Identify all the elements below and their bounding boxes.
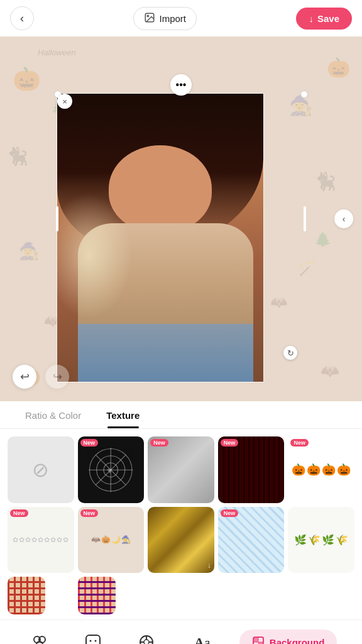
new-badge: New: [290, 439, 309, 447]
new-badge: New: [221, 439, 239, 447]
handle-top-right[interactable]: [300, 91, 308, 98]
svg-text:Aa: Aa: [194, 635, 209, 644]
brush-icon: [138, 633, 155, 644]
top-bar: ‹ Import ↓ Save: [0, 0, 362, 36]
background-label: Background: [270, 637, 325, 644]
svg-point-31: [89, 640, 91, 642]
canvas-wrapper: 🎃 🎃 🐈‍⬛ 🐈‍⬛ 🦇 🦇 🧙 🧙 Halloween Halloween …: [0, 36, 362, 401]
new-badge: New: [80, 439, 99, 447]
texture-pumpkin[interactable]: New 🎃 🎃 🎃 🎃: [288, 436, 354, 503]
svg-text:🧙: 🧙: [289, 94, 313, 117]
texture-white-pattern[interactable]: New ✿✿✿ ✿✿✿ ✿✿✿: [8, 507, 74, 574]
canvas-actions: ↩ ↪: [13, 365, 69, 389]
svg-text:♥: ♥: [107, 465, 112, 475]
redo-icon: ↪: [53, 370, 62, 384]
svg-point-29: [36, 641, 43, 644]
save-label: Save: [317, 13, 339, 24]
tab-texture[interactable]: Texture: [94, 401, 152, 428]
face-overlay: [109, 145, 212, 231]
gold-swatch: ↓: [148, 507, 214, 574]
tab-ratio-color-label: Ratio & Color: [25, 410, 81, 421]
save-arrow-icon: ↓: [309, 13, 314, 24]
svg-text:🪄: 🪄: [295, 259, 317, 280]
texture-plaid1[interactable]: [8, 577, 45, 614]
svg-text:🌲: 🌲: [314, 231, 332, 248]
handle-right[interactable]: [304, 206, 306, 231]
close-frame-button[interactable]: ×: [57, 94, 72, 109]
effects-icon: [31, 633, 48, 644]
svg-rect-30: [86, 635, 100, 644]
new-badge: New: [10, 509, 28, 517]
svg-text:🐈‍⬛: 🐈‍⬛: [6, 146, 28, 167]
svg-text:🎃: 🎃: [13, 65, 41, 92]
chevron-right-icon: ‹: [343, 214, 346, 224]
new-badge: New: [80, 509, 99, 517]
undo-icon: ↩: [20, 370, 30, 384]
tabs-row: Ratio & Color Texture: [0, 401, 362, 429]
import-label: Import: [159, 13, 186, 24]
more-options-button[interactable]: •••: [170, 74, 192, 96]
none-icon: ⊘: [32, 458, 49, 482]
texture-blue-lines[interactable]: New: [218, 507, 285, 574]
texture-white-leaves[interactable]: 🌿🌾 🌿🌾: [288, 507, 354, 574]
brush-button[interactable]: [132, 628, 161, 644]
bottom-toolbar: Aa Background: [0, 619, 362, 644]
svg-point-1: [148, 15, 149, 16]
close-icon: ×: [62, 97, 67, 106]
texture-plaid2[interactable]: [78, 577, 116, 614]
collapse-button[interactable]: ‹: [334, 209, 353, 228]
photo-content: [57, 94, 263, 382]
svg-text:🦇: 🦇: [270, 294, 288, 311]
new-badge: New: [150, 439, 168, 447]
svg-text:🦇: 🦇: [321, 362, 339, 380]
canvas-area[interactable]: 🎃 🎃 🐈‍⬛ 🐈‍⬛ 🦇 🦇 🧙 🧙 Halloween Halloween …: [0, 36, 362, 401]
white-leaves-swatch: 🌿🌾 🌿🌾: [288, 507, 354, 574]
sticker-button[interactable]: [79, 628, 107, 644]
tab-texture-label: Texture: [106, 410, 140, 421]
svg-point-32: [94, 640, 96, 642]
svg-rect-41: [253, 637, 258, 642]
new-badge: New: [221, 509, 239, 517]
texture-none[interactable]: ⊘: [8, 436, 74, 503]
svg-text:🧙: 🧙: [19, 241, 40, 261]
svg-text:🎃: 🎃: [327, 57, 351, 79]
texture-spider-web[interactable]: New ♥: [78, 436, 145, 503]
tab-ratio-color[interactable]: Ratio & Color: [13, 401, 94, 428]
handle-left[interactable]: [56, 206, 58, 231]
photo-frame[interactable]: [57, 93, 264, 382]
sticker-face-icon: [84, 633, 102, 644]
background-button[interactable]: Background: [239, 630, 337, 644]
text-icon: Aa: [192, 633, 209, 644]
text-button[interactable]: Aa: [186, 628, 215, 644]
texture-gold[interactable]: ↓: [148, 507, 214, 574]
svg-text:🐈‍⬛: 🐈‍⬛: [314, 171, 336, 192]
denim-overlay: [78, 324, 253, 382]
redo-button[interactable]: ↪: [45, 365, 69, 389]
rotate-icon: ↻: [287, 348, 294, 358]
background-pattern-icon: [252, 636, 265, 644]
svg-text:Halloween: Halloween: [38, 48, 76, 57]
bottom-panel: Ratio & Color Texture ⊘ New: [0, 401, 362, 644]
import-icon: [144, 12, 155, 25]
effects-button[interactable]: [25, 628, 54, 644]
texture-grid: ⊘ New ♥ New: [0, 429, 362, 619]
svg-point-34: [144, 640, 149, 644]
undo-button[interactable]: ↩: [13, 365, 36, 389]
more-dots-icon: •••: [176, 79, 187, 91]
texture-dark-lines[interactable]: New: [218, 436, 285, 503]
texture-gray-concrete[interactable]: New: [148, 436, 214, 503]
rotate-handle[interactable]: ↻: [283, 346, 297, 360]
import-button[interactable]: Import: [133, 7, 197, 30]
texture-halloween2[interactable]: New 🦇🎃 🌙🧙: [78, 507, 145, 574]
back-button[interactable]: ‹: [10, 6, 34, 30]
save-button[interactable]: ↓ Save: [296, 8, 352, 30]
